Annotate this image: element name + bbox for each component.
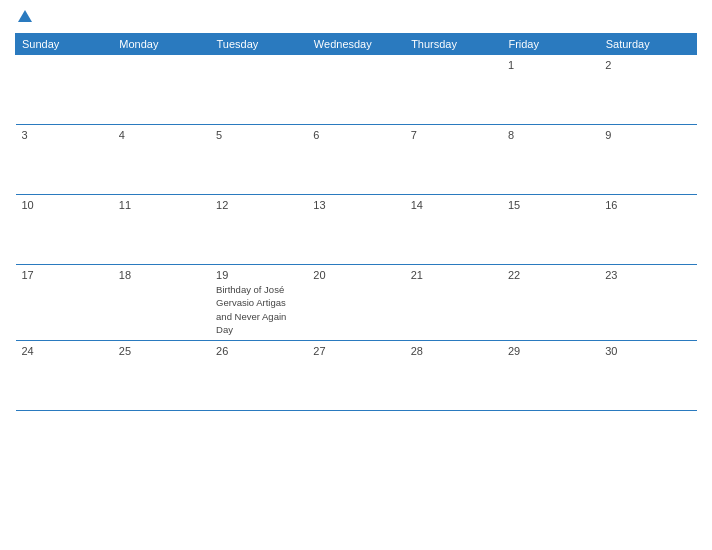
calendar-cell: 11 [113,195,210,265]
day-number: 10 [22,199,107,211]
calendar-cell: 14 [405,195,502,265]
week-row-2: 10111213141516 [16,195,697,265]
calendar-cell: 29 [502,341,599,411]
day-number: 26 [216,345,301,357]
calendar-cell: 30 [599,341,696,411]
day-number: 11 [119,199,204,211]
day-number: 18 [119,269,204,281]
event-label: Birthday of José Gervasio Artigas and Ne… [216,284,286,335]
day-number: 25 [119,345,204,357]
calendar-cell: 12 [210,195,307,265]
calendar-cell: 27 [307,341,404,411]
weekday-header-row: SundayMondayTuesdayWednesdayThursdayFrid… [16,34,697,55]
calendar-page: SundayMondayTuesdayWednesdayThursdayFrid… [0,0,712,550]
week-row-1: 3456789 [16,125,697,195]
calendar-cell [307,55,404,125]
weekday-header-sunday: Sunday [16,34,113,55]
day-number: 5 [216,129,301,141]
calendar-cell: 16 [599,195,696,265]
calendar-cell: 26 [210,341,307,411]
week-row-4: 24252627282930 [16,341,697,411]
week-row-3: 171819Birthday of José Gervasio Artigas … [16,265,697,341]
logo-triangle-icon [18,10,32,22]
calendar-cell: 7 [405,125,502,195]
calendar-cell: 5 [210,125,307,195]
day-number: 16 [605,199,690,211]
calendar-cell [113,55,210,125]
calendar-cell: 9 [599,125,696,195]
calendar-cell [210,55,307,125]
weekday-header-tuesday: Tuesday [210,34,307,55]
calendar-table: SundayMondayTuesdayWednesdayThursdayFrid… [15,33,697,411]
day-number: 7 [411,129,496,141]
day-number: 2 [605,59,690,71]
day-number: 17 [22,269,107,281]
day-number: 6 [313,129,398,141]
calendar-cell: 25 [113,341,210,411]
calendar-cell [405,55,502,125]
day-number: 21 [411,269,496,281]
day-number: 19 [216,269,301,281]
calendar-cell: 19Birthday of José Gervasio Artigas and … [210,265,307,341]
calendar-cell: 3 [16,125,113,195]
header [15,10,697,23]
day-number: 8 [508,129,593,141]
day-number: 20 [313,269,398,281]
day-number: 28 [411,345,496,357]
calendar-cell: 2 [599,55,696,125]
day-number: 30 [605,345,690,357]
calendar-cell: 21 [405,265,502,341]
calendar-cell: 15 [502,195,599,265]
calendar-cell: 13 [307,195,404,265]
day-number: 29 [508,345,593,357]
week-row-0: 12 [16,55,697,125]
day-number: 23 [605,269,690,281]
day-number: 15 [508,199,593,211]
logo [15,10,32,23]
weekday-header-friday: Friday [502,34,599,55]
day-number: 27 [313,345,398,357]
calendar-cell: 18 [113,265,210,341]
calendar-cell: 17 [16,265,113,341]
day-number: 3 [22,129,107,141]
calendar-cell: 10 [16,195,113,265]
calendar-cell: 23 [599,265,696,341]
calendar-cell: 8 [502,125,599,195]
weekday-header-monday: Monday [113,34,210,55]
day-number: 1 [508,59,593,71]
calendar-cell: 20 [307,265,404,341]
weekday-header-saturday: Saturday [599,34,696,55]
calendar-cell: 22 [502,265,599,341]
calendar-cell: 24 [16,341,113,411]
day-number: 22 [508,269,593,281]
day-number: 24 [22,345,107,357]
calendar-cell [16,55,113,125]
weekday-header-thursday: Thursday [405,34,502,55]
calendar-cell: 1 [502,55,599,125]
day-number: 12 [216,199,301,211]
day-number: 14 [411,199,496,211]
day-number: 13 [313,199,398,211]
day-number: 9 [605,129,690,141]
calendar-cell: 4 [113,125,210,195]
logo-blue-text [15,10,32,23]
weekday-header-wednesday: Wednesday [307,34,404,55]
day-number: 4 [119,129,204,141]
calendar-cell: 6 [307,125,404,195]
calendar-cell: 28 [405,341,502,411]
